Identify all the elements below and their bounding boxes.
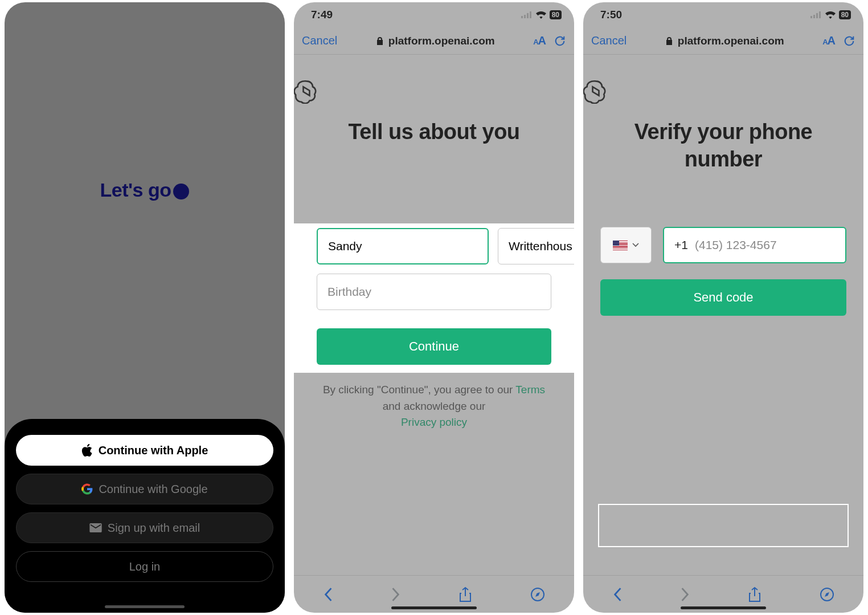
verify-form: +1 (415) 123-4567 Send code [583,227,863,316]
continue-with-google-button[interactable]: Continue with Google [16,474,273,504]
cancel-button[interactable]: Cancel [591,34,627,47]
email-icon [89,523,102,532]
privacy-link[interactable]: Privacy policy [401,416,467,428]
apple-icon [81,444,93,457]
battery-icon: 80 [839,10,851,19]
signup-email-button[interactable]: Sign up with email [16,512,273,543]
address-bar[interactable]: platform.openai.com [665,35,784,47]
battery-icon: 80 [550,10,562,19]
status-right: 80 [810,10,851,19]
svg-rect-3 [530,11,531,18]
cancel-button[interactable]: Cancel [302,34,337,47]
back-icon[interactable] [324,587,333,602]
login-button[interactable]: Log in [16,551,273,582]
refresh-icon[interactable] [843,35,855,47]
lock-icon [376,37,384,45]
svg-rect-5 [810,16,812,18]
forward-icon [391,587,400,602]
status-bar: 7:50 80 [583,2,863,27]
login-button-label: Log in [129,560,161,573]
google-icon [81,483,93,495]
lock-icon [665,37,673,45]
back-icon[interactable] [613,587,622,602]
home-indicator [391,606,477,609]
logo-wrap [294,55,574,119]
text-size-button[interactable]: AA [822,34,835,47]
apple-button-label: Continue with Apple [99,444,208,457]
home-indicator [105,605,185,608]
domain-text: platform.openai.com [388,35,495,47]
first-name-input[interactable] [317,228,489,264]
phone-placeholder: (415) 123-4567 [695,238,777,252]
continue-button[interactable]: Continue [317,328,551,365]
last-name-input[interactable] [498,228,574,264]
compass-icon[interactable] [530,587,545,602]
safari-toolbar: Cancel platform.openai.com AA [294,27,574,55]
safari-tools: AA [822,34,855,47]
refresh-icon[interactable] [554,35,566,47]
welcome-screen: Let's go Continue with Apple Continue wi… [5,2,285,613]
svg-rect-0 [521,16,523,18]
svg-rect-6 [813,15,815,18]
safari-toolbar: Cancel platform.openai.com AA [583,27,863,55]
status-time: 7:50 [600,9,622,21]
google-button-label: Continue with Google [99,483,207,496]
about-form: Continue [294,223,574,369]
chevron-down-icon [632,243,639,247]
safari-tools: AA [533,34,566,47]
verify-screen: 7:50 80 Cancel platform.openai.com AA Ve… [583,2,863,613]
status-time: 7:49 [311,9,333,21]
page-heading: Tell us about you [294,119,574,169]
logo-wrap [583,55,863,119]
forward-icon [681,587,690,602]
birthday-input[interactable] [317,274,551,310]
svg-rect-7 [816,13,818,18]
cellular-icon [521,11,533,18]
us-flag-icon [613,241,628,250]
share-icon[interactable] [748,587,761,602]
text-size-button[interactable]: AA [533,34,546,47]
openai-logo-icon [583,79,608,104]
highlight-cutout [598,504,849,547]
continue-with-apple-button[interactable]: Continue with Apple [16,435,273,466]
status-bar: 7:49 80 [294,2,574,27]
battery-level: 80 [552,11,559,19]
compass-icon[interactable] [820,587,834,602]
svg-rect-1 [524,15,526,18]
country-select[interactable] [600,227,652,263]
svg-rect-8 [819,11,821,18]
domain-text: platform.openai.com [678,35,784,47]
wifi-icon [825,11,836,19]
home-indicator [681,606,766,609]
cellular-icon [810,11,822,18]
status-right: 80 [521,10,562,19]
about-screen: 7:49 80 Cancel platform.openai.com AA Te… [294,2,574,613]
wifi-icon [536,11,546,19]
openai-logo-icon [294,79,319,104]
terms-link[interactable]: Terms [515,384,545,396]
email-button-label: Sign up with email [108,522,200,535]
share-icon[interactable] [459,587,472,602]
battery-level: 80 [841,11,849,19]
send-code-button[interactable]: Send code [600,279,846,316]
page-heading: Verify your phone number [583,119,863,196]
signup-sheet: Continue with Apple Continue with Google… [5,419,285,613]
consent-text: By clicking "Continue", you agree to our… [294,382,574,431]
phone-input[interactable]: +1 (415) 123-4567 [663,227,846,263]
country-code: +1 [674,238,688,252]
svg-rect-2 [527,13,529,18]
address-bar[interactable]: platform.openai.com [376,35,495,47]
